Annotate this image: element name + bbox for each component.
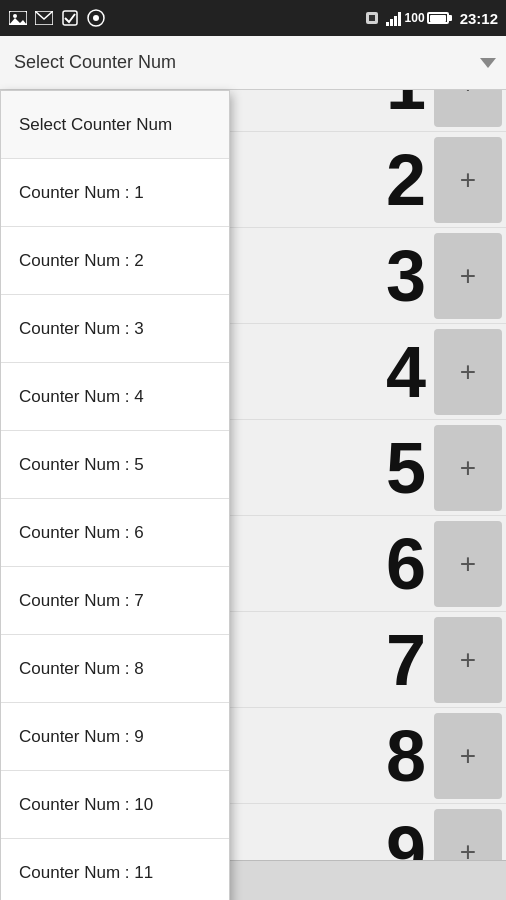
main-area: 1 + 2 + 3 + 4 + 5 + 6 + 7 + 8 + 9 +: [0, 36, 506, 900]
svg-point-1: [13, 14, 17, 18]
status-right: 100 23:12: [362, 8, 498, 28]
status-icons-left: [8, 8, 106, 28]
dropdown-item[interactable]: Counter Num : 1: [1, 159, 229, 227]
dropdown-item[interactable]: Counter Num : 9: [1, 703, 229, 771]
svg-point-6: [93, 15, 99, 21]
dropdown-item[interactable]: Counter Num : 11: [1, 839, 229, 900]
dropdown-item[interactable]: Counter Num : 8: [1, 635, 229, 703]
dropdown-item[interactable]: Counter Num : 3: [1, 295, 229, 363]
dropdown-item[interactable]: Counter Num : 5: [1, 431, 229, 499]
checkbox-icon: [60, 8, 80, 28]
spinner-selected-label: Select Counter Num: [14, 52, 176, 73]
notification-icon: [362, 8, 382, 28]
signal-icon: [386, 10, 401, 26]
svg-rect-8: [369, 15, 375, 21]
dropdown-item[interactable]: Counter Num : 7: [1, 567, 229, 635]
battery-label: 100: [405, 11, 425, 25]
dropdown-overlay: Select Counter Num Select Counter NumCou…: [0, 36, 506, 900]
svg-marker-2: [9, 18, 27, 25]
dropdown-item[interactable]: Counter Num : 6: [1, 499, 229, 567]
time-display: 23:12: [460, 10, 498, 27]
gmail-icon: [34, 8, 54, 28]
picture-icon: [8, 8, 28, 28]
dropdown-menu: Select Counter NumCounter Num : 1Counter…: [0, 90, 230, 900]
android-icon: [86, 8, 106, 28]
spinner-header[interactable]: Select Counter Num: [0, 36, 506, 90]
status-bar: 100 23:12: [0, 0, 506, 36]
dropdown-item[interactable]: Counter Num : 2: [1, 227, 229, 295]
dropdown-item[interactable]: Counter Num : 4: [1, 363, 229, 431]
dropdown-item[interactable]: Select Counter Num: [1, 91, 229, 159]
dropdown-item[interactable]: Counter Num : 10: [1, 771, 229, 839]
spinner-arrow-icon: [480, 58, 496, 68]
battery-icon: 100: [405, 11, 452, 25]
